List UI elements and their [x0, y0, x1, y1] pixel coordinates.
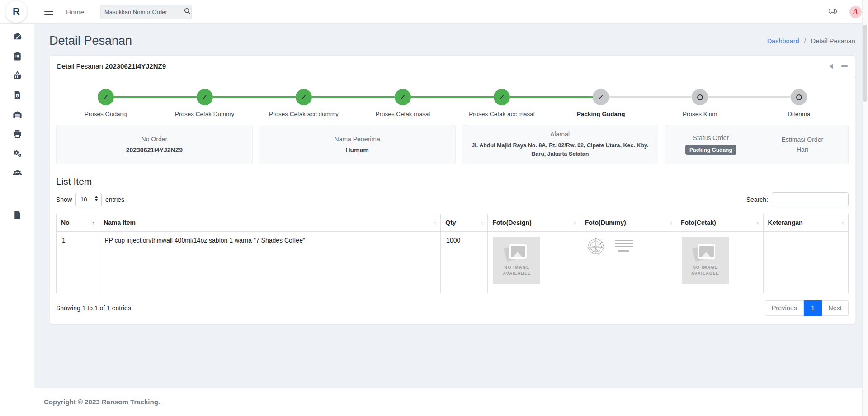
- col-header-foto-dummy[interactable]: Foto(Dummy)↑↓: [580, 214, 676, 232]
- show-label: Show: [56, 196, 72, 203]
- col-header-qty[interactable]: Qty↑↓: [441, 214, 488, 232]
- step-circle: ✓: [791, 89, 807, 105]
- info-estimasi-order: Estimasi Order Hari: [757, 125, 848, 164]
- app-logo[interactable]: R: [5, 1, 27, 23]
- sidebar-item-dashboard[interactable]: [0, 28, 34, 47]
- no-image-placeholder: NO IMAGEAVAILABLE: [493, 237, 540, 284]
- sidebar-item-warehouse[interactable]: [0, 106, 34, 125]
- select-arrows-icon: [94, 196, 98, 201]
- list-item-heading: List Item: [56, 176, 849, 187]
- step-proses-cetak-acc-masal: ✓Proses Cetak acc masal: [453, 89, 552, 117]
- copyright-text: Copyright © 2023 Ransom Tracking.: [44, 398, 160, 406]
- search-icon[interactable]: [184, 8, 191, 16]
- sidebar-item-settings[interactable]: [0, 145, 34, 164]
- clipboard-list-icon: [12, 51, 23, 63]
- items-table: No↑↓ Nama Item↑↓ Qty↑↓ Foto(Design)↑↓ Fo…: [56, 214, 849, 293]
- breadcrumb-dashboard-link[interactable]: Dashboard: [767, 37, 799, 45]
- col-header-no[interactable]: No↑↓: [57, 214, 99, 232]
- step-packing-gudang: ✓Packing Gudang: [552, 89, 651, 117]
- estimasi-value: Hari: [797, 146, 808, 153]
- photo-icon: [695, 244, 715, 261]
- printer-icon: [12, 129, 23, 141]
- scrollbar[interactable]: [862, 0, 868, 416]
- col-header-foto-cetak[interactable]: Foto(Cetak)↑↓: [676, 214, 763, 232]
- page-title: Detail Pesanan: [49, 34, 132, 48]
- sidebar-item-basket[interactable]: [0, 67, 34, 86]
- step-circle: ✓: [593, 89, 609, 105]
- page-1-button[interactable]: 1: [804, 300, 822, 316]
- order-search-input[interactable]: [104, 9, 184, 15]
- photo-icon: [507, 244, 527, 261]
- step-proses-cetak-dummy: ✓Proses Cetak Dummy: [155, 89, 254, 117]
- cell-foto-dummy: RANSOM: [580, 232, 676, 293]
- recipient-value: Humam: [345, 146, 368, 154]
- topbar: Home A: [0, 0, 868, 23]
- sort-icon: ↑↓: [474, 220, 483, 225]
- sort-icon: ↑↓: [85, 220, 94, 225]
- entries-summary: Showing 1 to 1 of 1 entries: [56, 304, 131, 312]
- cell-foto-cetak: NO IMAGEAVAILABLE: [676, 232, 763, 293]
- breadcrumb: Dashboard / Detail Pesanan: [767, 37, 855, 45]
- users-icon: [12, 168, 23, 180]
- cell-qty: 1000: [441, 232, 488, 293]
- sort-icon: ↑↓: [835, 220, 844, 225]
- sidebar-item-reports[interactable]: [0, 206, 34, 225]
- card-header: Detail Pesanan 20230621I4YJ2NZ9: [50, 56, 855, 77]
- order-info-row: No Order 20230621I4YJ2NZ9 Nama Penerima …: [56, 125, 849, 164]
- user-avatar[interactable]: A: [849, 6, 862, 18]
- svg-text:RANSOM: RANSOM: [592, 246, 599, 248]
- page-footer: Copyright © 2023 Ransom Tracking.: [34, 387, 868, 416]
- table-search-input[interactable]: [772, 192, 849, 206]
- order-search[interactable]: [100, 5, 192, 19]
- dashboard-icon: [12, 32, 23, 44]
- cell-nama-item: PP cup injection/thinwall 400ml/14oz sab…: [99, 232, 441, 293]
- entries-label: entries: [105, 196, 124, 203]
- sort-icon: ↑↓: [750, 220, 759, 225]
- step-diterima: ✓Diterima: [750, 89, 849, 117]
- minimize-icon[interactable]: [841, 65, 848, 67]
- card-order-number: 20230621I4YJ2NZ9: [105, 62, 166, 70]
- col-header-keterangan[interactable]: Keterangan↑↓: [763, 214, 848, 232]
- pagination: Previous 1 Next: [765, 300, 849, 316]
- sort-icon: ↑↓: [567, 220, 576, 225]
- col-header-foto-design[interactable]: Foto(Design)↑↓: [488, 214, 580, 232]
- step-circle: ✓: [494, 89, 510, 105]
- order-progress-stepper: ✓Proses Gudang ✓Proses Cetak Dummy ✓Pros…: [56, 89, 849, 117]
- order-number-value: 20230621I4YJ2NZ9: [126, 146, 183, 154]
- col-header-nama-item[interactable]: Nama Item↑↓: [99, 214, 441, 232]
- table-header-row: No↑↓ Nama Item↑↓ Qty↑↓ Foto(Design)↑↓ Fo…: [57, 214, 849, 232]
- table-row: 1 PP cup injection/thinwall 400ml/14oz s…: [57, 232, 849, 293]
- address-value: Jl. Abdul Majid Raya No. 8A, Rt. 02/Rw. …: [469, 141, 652, 159]
- search-label: Search:: [746, 196, 768, 203]
- svg-text:$: $: [16, 94, 18, 97]
- next-page-button[interactable]: Next: [822, 300, 849, 316]
- step-circle: ✓: [296, 89, 312, 105]
- sidebar-item-print[interactable]: [0, 125, 34, 145]
- info-status-order: Status Order Packing Gudang: [665, 125, 756, 164]
- info-box-no-order: No Order 20230621I4YJ2NZ9: [56, 125, 253, 164]
- menu-toggle-icon[interactable]: [44, 7, 53, 17]
- step-circle: ✓: [692, 89, 708, 105]
- home-link[interactable]: Home: [66, 8, 84, 16]
- previous-page-button[interactable]: Previous: [765, 300, 804, 316]
- dummy-photo-1[interactable]: RANSOM: [586, 237, 606, 258]
- sidebar-item-orders[interactable]: [0, 47, 34, 67]
- cell-foto-design: NO IMAGEAVAILABLE: [488, 232, 580, 293]
- cell-no: 1: [57, 232, 99, 293]
- collapse-caret-icon[interactable]: [830, 64, 833, 69]
- dummy-photo-2[interactable]: [612, 237, 636, 258]
- step-circle: ✓: [395, 89, 411, 105]
- messages-icon[interactable]: [828, 7, 838, 17]
- step-proses-kirim: ✓Proses Kirim: [651, 89, 750, 117]
- page-length-select[interactable]: 10: [75, 193, 102, 206]
- sort-icon: ↑↓: [427, 220, 436, 225]
- no-image-placeholder: NO IMAGEAVAILABLE: [682, 237, 729, 284]
- sidebar-item-invoice[interactable]: $: [0, 86, 34, 106]
- scrollbar-thumb[interactable]: [863, 25, 867, 102]
- file-invoice-icon: $: [12, 90, 23, 102]
- sidebar-item-users[interactable]: [0, 164, 34, 183]
- main-content: Detail Pesanan Dashboard / Detail Pesana…: [34, 24, 868, 387]
- gears-icon: [12, 148, 23, 160]
- step-circle: ✓: [98, 89, 114, 105]
- breadcrumb-separator: /: [804, 37, 806, 45]
